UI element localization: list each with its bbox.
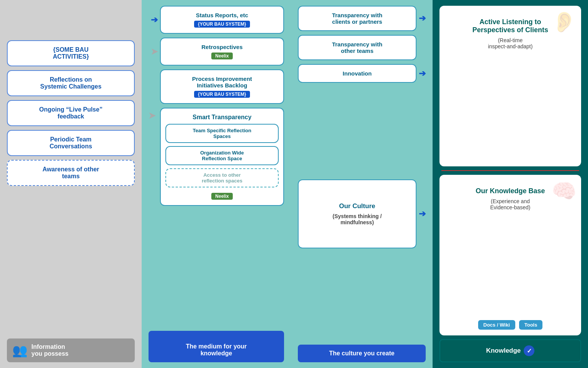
info-bar: 👥 Information you possess [7, 338, 135, 362]
brain-icon: 🧠 [552, 179, 577, 203]
people-icon: 👥 [12, 343, 28, 358]
culture-label: The culture you create [298, 345, 426, 362]
medium-label: The medium for your knowledge [149, 331, 284, 362]
docs-wiki-tag[interactable]: Docs / Wiki [478, 320, 515, 330]
reflections-box: Reflections on Systemic Challenges [7, 70, 135, 96]
awareness-box: Awareness of other teams [7, 160, 135, 186]
reflections-text: Reflections on Systemic Challenges [40, 76, 101, 90]
retrospectives-badge: Neelix [211, 53, 232, 59]
arrow-to-col4-culture: ➔ [419, 209, 426, 219]
some-bau-box: {SOME BAU ACTIVITIES} [7, 40, 135, 66]
transparency-teams-box: Transparency with other teams [298, 35, 416, 60]
arrow-to-col4-top: ➔ [419, 13, 426, 23]
access-other-box: Access to other reflection spaces [165, 168, 279, 187]
team-specific-text: Team Specific Reflection Spaces [193, 128, 252, 139]
ear-icon: 👂 [552, 10, 577, 34]
arrow-to-smart: ➤ [149, 111, 155, 120]
arrow-to-status: ➔ [151, 15, 158, 25]
col4-divider [441, 170, 579, 171]
retrospectives-title: Retrospectives [165, 44, 279, 50]
knowledge-label: Knowledge ✓ [439, 339, 581, 362]
live-pulse-box: Ongoing “Live Pulse” feedback [7, 100, 135, 126]
periodic-box: Periodic Team Conversations [7, 130, 135, 156]
some-bau-text: {SOME BAU ACTIVITIES} [53, 46, 89, 60]
process-improvement-box: Process Improvement Initiatives Backlog … [160, 69, 284, 104]
transparency-clients-text: Transparency with clients or partners [332, 12, 382, 25]
smart-transparency-badge: Neelix [211, 193, 232, 200]
active-listening-sub: (Real-time inspect-and-adapt) [447, 37, 573, 49]
status-reports-badge: {YOUR BAU SYSTEM} [194, 21, 250, 28]
org-wide-box: Organization Wide Reflection Space [165, 146, 279, 165]
team-specific-box: Team Specific Reflection Spaces [165, 124, 279, 143]
status-reports-title: Status Reports, etc [165, 12, 279, 18]
process-improvement-badge: {YOUR BAU SYSTEM} [194, 91, 250, 98]
tools-tag[interactable]: Tools [519, 320, 543, 330]
culture-sub: (Systems thinking / mindfulness) [333, 213, 382, 225]
smart-transparency-box: Smart Transparency Team Specific Reflect… [160, 108, 284, 206]
arrow-to-col4-knowledge: ➔ [419, 69, 426, 79]
innovation-box: Innovation [298, 64, 416, 83]
retrospectives-box: Retrospectives Neelix [160, 38, 284, 66]
awareness-text: Awareness of other teams [42, 166, 99, 179]
knowledge-base-card: 🧠 Our Knowledge Base (Experience and Evi… [439, 175, 581, 335]
innovation-text: Innovation [343, 70, 372, 77]
info-bar-text: Information you possess [31, 343, 69, 357]
arrow-to-retro: ➤ [151, 47, 158, 57]
checkmark-badge: ✓ [524, 345, 534, 356]
process-improvement-title: Process Improvement Initiatives Backlog [165, 76, 279, 89]
live-pulse-text: Ongoing “Live Pulse” feedback [39, 106, 102, 120]
smart-transparency-title: Smart Transparency [165, 114, 279, 121]
active-listening-card: 👂 Active Listening to Perspectives of Cl… [439, 6, 581, 166]
culture-title: Our Culture [339, 202, 375, 210]
periodic-text: Periodic Team Conversations [49, 136, 92, 150]
org-wide-text: Organization Wide Reflection Space [200, 150, 244, 161]
transparency-teams-text: Transparency with other teams [332, 41, 382, 54]
status-reports-box: Status Reports, etc {YOUR BAU SYSTEM} [160, 6, 284, 34]
access-other-text: Access to other reflection spaces [202, 172, 242, 184]
culture-box: Our Culture (Systems thinking / mindfuln… [298, 179, 416, 248]
transparency-clients-box: Transparency with clients or partners [298, 6, 416, 31]
